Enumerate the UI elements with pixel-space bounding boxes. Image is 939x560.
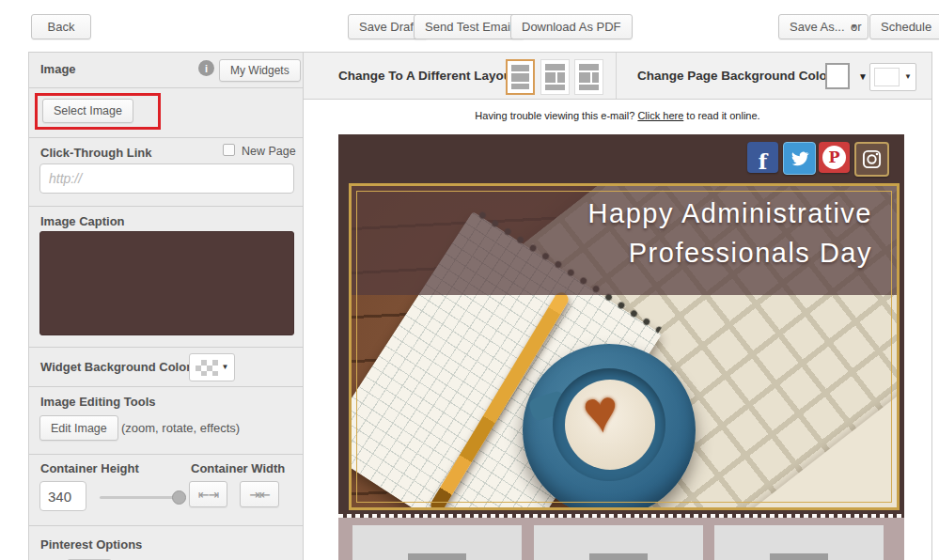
click-through-link-section: Click-Through Link New Page xyxy=(29,137,303,206)
layout-thumb-col xyxy=(592,72,599,83)
footer-placeholder-bar xyxy=(408,553,466,560)
footer-placeholder-box[interactable] xyxy=(352,525,522,560)
send-test-email-label: Send Test Email xyxy=(425,20,513,34)
image-editing-tools-section: Image Editing Tools Edit Image (zoom, ro… xyxy=(29,386,303,454)
trouble-viewing-line: Having trouble viewing this e-mail? Clic… xyxy=(304,110,931,121)
panel-title: Image xyxy=(40,62,76,76)
layout-option-sidebar-right[interactable] xyxy=(574,59,603,95)
my-widgets-button[interactable]: My Widgets xyxy=(219,59,301,82)
expand-width-button[interactable]: ⇤⇥ xyxy=(189,481,227,507)
trouble-prefix: Having trouble viewing this e-mail? xyxy=(475,110,634,121)
widget-background-color-label: Widget Background Color xyxy=(40,360,191,374)
content-background-swatch xyxy=(874,68,900,86)
facebook-icon[interactable]: f xyxy=(747,142,778,173)
chevron-down-icon: ▼ xyxy=(904,73,912,81)
footer-placeholder-bar xyxy=(589,553,648,560)
top-toolbar: Back Save Draft Send Test Email Download… xyxy=(0,0,939,52)
chevron-down-icon[interactable]: ▼ xyxy=(858,72,868,82)
select-image-highlight: Select Image xyxy=(35,93,161,130)
layout-thumb-col xyxy=(545,72,556,83)
download-as-pdf-button[interactable]: Download As PDF xyxy=(510,14,633,39)
click-here-link[interactable]: Click here xyxy=(637,110,683,121)
layout-thumb-columns xyxy=(579,72,599,83)
image-caption-textarea[interactable] xyxy=(39,231,294,335)
collapse-width-icon: ⇥⇤ xyxy=(249,487,269,502)
hero-headline-line1: Happy Administrative xyxy=(588,194,872,233)
header-divider xyxy=(616,53,617,99)
footer-placeholder-bar xyxy=(770,553,828,560)
layout-thumb-col xyxy=(579,72,590,83)
facebook-letter: f xyxy=(759,149,767,174)
image-widget-panel: Image i My Widgets Select Image Click-Th… xyxy=(28,52,304,560)
instagram-camera-glyph xyxy=(862,149,882,169)
my-widgets-label: My Widgets xyxy=(230,64,290,77)
layout-thumb-bar xyxy=(511,84,529,89)
height-slider-handle[interactable] xyxy=(172,490,186,505)
content-background-color-dropdown[interactable]: ▼ xyxy=(869,63,916,91)
page-background-color-swatch[interactable] xyxy=(825,63,850,89)
new-page-label: New Page xyxy=(242,145,296,158)
click-through-link-label: Click-Through Link xyxy=(40,146,151,160)
schedule-button[interactable]: Schedule xyxy=(869,14,939,39)
select-image-section: Select Image xyxy=(29,87,303,137)
collapse-width-button[interactable]: ⇥⇤ xyxy=(240,481,279,507)
pinterest-letter: P xyxy=(828,148,839,166)
chevron-down-icon: ▼ xyxy=(222,364,229,371)
pinterest-icon[interactable]: P xyxy=(819,142,850,173)
layout-thumb-block xyxy=(511,73,529,82)
image-editing-tools-label: Image Editing Tools xyxy=(40,395,156,409)
footer-widget-band xyxy=(338,518,904,560)
back-button[interactable]: Back xyxy=(31,14,91,39)
edit-image-button[interactable]: Edit Image xyxy=(39,415,118,441)
email-builder-app: Back Save Draft Send Test Email Download… xyxy=(0,0,939,560)
container-size-section: Container Height Container Width ⇤⇥ ⇥⇤ xyxy=(29,454,303,525)
image-caption-section: Image Caption xyxy=(29,206,303,347)
trouble-suffix: to read it online. xyxy=(686,110,759,121)
email-preview: f P xyxy=(338,134,904,560)
select-image-button[interactable]: Select Image xyxy=(42,99,133,123)
pinterest-options-section: Pinterest Options xyxy=(29,525,303,560)
info-icon[interactable]: i xyxy=(198,60,214,76)
layout-thumb-bar xyxy=(579,85,599,90)
select-image-label: Select Image xyxy=(54,104,122,117)
footer-placeholder-box[interactable] xyxy=(714,525,884,560)
canvas-right-border xyxy=(931,52,932,560)
layout-option-single-column[interactable] xyxy=(506,59,535,95)
hero-image-widget[interactable]: ♥ Happy Administrative Professionals Day xyxy=(349,183,900,510)
height-slider-track[interactable] xyxy=(100,496,180,499)
expand-width-icon: ⇤⇥ xyxy=(198,487,218,502)
hero-headline-line2: Professionals Day xyxy=(588,233,872,272)
change-layout-label: Change To A Different Layout xyxy=(338,69,516,83)
container-height-input[interactable] xyxy=(39,481,86,511)
change-background-colors-label: Change Page Background Colors xyxy=(637,69,839,83)
layout-option-two-column[interactable] xyxy=(540,59,570,95)
editing-hint-text: (zoom, rotate, effects) xyxy=(121,421,240,435)
footer-placeholder-box[interactable] xyxy=(534,525,703,560)
pinterest-options-label: Pinterest Options xyxy=(40,537,142,552)
widget-background-color-section: Widget Background Color ▼ xyxy=(29,347,303,386)
edit-image-label: Edit Image xyxy=(51,422,107,435)
instagram-icon[interactable] xyxy=(854,142,889,177)
container-height-label: Container Height xyxy=(40,461,139,475)
image-caption-label: Image Caption xyxy=(40,214,125,228)
widget-background-color-dropdown[interactable]: ▼ xyxy=(189,353,235,381)
layout-thumb-bar xyxy=(545,64,565,70)
twitter-bird-glyph xyxy=(790,150,809,167)
hero-photo: ♥ Happy Administrative Professionals Day xyxy=(352,186,897,507)
layout-thumb-bar xyxy=(545,85,565,90)
click-through-url-input[interactable] xyxy=(39,163,294,194)
twitter-icon[interactable] xyxy=(783,142,816,175)
pinterest-circle: P xyxy=(822,146,846,169)
send-test-email-button[interactable]: Send Test Email xyxy=(414,14,524,39)
container-width-label: Container Width xyxy=(191,461,285,475)
or-text: or xyxy=(851,20,862,34)
layout-thumb-col xyxy=(557,72,565,83)
layout-thumb-bar xyxy=(579,64,599,70)
layout-thumb-bar xyxy=(511,65,529,71)
panel-header-section: Image i My Widgets xyxy=(29,53,303,87)
save-draft-label: Save Draft xyxy=(359,20,416,34)
canvas-header: Change To A Different Layout Change Page… xyxy=(304,52,931,100)
schedule-label: Schedule xyxy=(881,20,931,34)
new-page-checkbox[interactable] xyxy=(223,144,235,156)
save-as-label: Save As... xyxy=(790,20,845,34)
